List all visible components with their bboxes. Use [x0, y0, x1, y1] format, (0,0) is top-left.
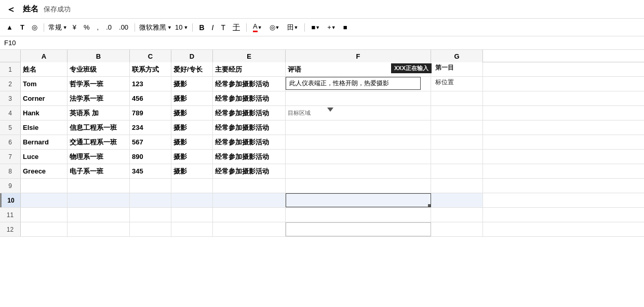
cell-f1[interactable]: 评语 XXX正在输入: [286, 62, 431, 76]
cell-a11[interactable]: [21, 208, 68, 222]
cell-g7[interactable]: [431, 150, 483, 164]
cell-f7[interactable]: [286, 150, 431, 164]
cell-g4[interactable]: [431, 106, 483, 120]
resize-handle[interactable]: [428, 204, 431, 207]
cell-b1[interactable]: 专业班级: [68, 62, 130, 76]
cell-b9[interactable]: [68, 179, 130, 193]
merge-button[interactable]: ■ ▼: [309, 23, 322, 32]
cell-c12[interactable]: [130, 222, 171, 236]
underline-button[interactable]: 于: [231, 22, 242, 33]
font-color-button[interactable]: A ▼: [251, 22, 264, 33]
insert-button[interactable]: + ▼: [325, 23, 338, 32]
cell-d3[interactable]: 摄影: [171, 91, 213, 105]
cell-e7[interactable]: 经常参加摄影活动: [213, 150, 286, 164]
cell-b2[interactable]: 哲学系一班: [68, 77, 130, 91]
cell-d2[interactable]: 摄影: [171, 77, 213, 91]
cell-f3[interactable]: [286, 91, 431, 105]
cell-b10[interactable]: [68, 193, 130, 207]
cell-d9[interactable]: [171, 179, 213, 193]
cell-g5[interactable]: [431, 121, 483, 135]
col-header-a[interactable]: A: [21, 50, 68, 62]
cell-d8[interactable]: 摄影: [171, 164, 213, 178]
cell-b11[interactable]: [68, 208, 130, 222]
cell-f4[interactable]: 目标区域: [286, 106, 431, 120]
cell-e10[interactable]: [213, 193, 286, 207]
col-header-b[interactable]: B: [68, 50, 130, 62]
col-header-d[interactable]: D: [171, 50, 213, 62]
cell-g6[interactable]: [431, 135, 483, 149]
italic-button[interactable]: I: [210, 23, 216, 32]
cell-e4[interactable]: 经常参加摄影活动: [213, 106, 286, 120]
cell-d1[interactable]: 爱好/专长: [171, 62, 213, 76]
cell-b7[interactable]: 物理系一班: [68, 150, 130, 164]
format-tool[interactable]: ◎: [30, 23, 39, 32]
bold-button[interactable]: B: [197, 23, 206, 32]
col-header-g[interactable]: G: [431, 50, 483, 62]
cell-b4[interactable]: 英语系 加: [68, 106, 130, 120]
cell-d5[interactable]: 摄影: [171, 121, 213, 135]
cell-d12[interactable]: [171, 222, 213, 236]
cell-c4[interactable]: 789: [130, 106, 171, 120]
cell-g10[interactable]: [431, 193, 483, 207]
cell-c7[interactable]: 890: [130, 150, 171, 164]
cell-d11[interactable]: [171, 208, 213, 222]
back-button[interactable]: ＜: [6, 3, 16, 16]
cell-e12[interactable]: [213, 222, 286, 236]
cell-d6[interactable]: 摄影: [171, 135, 213, 149]
cell-f8[interactable]: [286, 164, 431, 178]
cell-a12[interactable]: [21, 222, 68, 236]
cell-e3[interactable]: 经常参加摄影活动: [213, 91, 286, 105]
delete-button[interactable]: ■: [341, 23, 350, 32]
cell-b5[interactable]: 信息工程系一班: [68, 121, 130, 135]
cell-e2[interactable]: 经常参加摄影活动: [213, 77, 286, 91]
cell-c2[interactable]: 123: [130, 77, 171, 91]
cell-g9[interactable]: [431, 179, 483, 193]
cell-c6[interactable]: 567: [130, 135, 171, 149]
cell-a5[interactable]: Elsie: [21, 121, 68, 135]
cell-a2[interactable]: Tom: [21, 77, 68, 91]
cell-e1[interactable]: 主要经历: [213, 62, 286, 76]
cell-d7[interactable]: 摄影: [171, 150, 213, 164]
cell-a3[interactable]: Corner: [21, 91, 68, 105]
highlight-color-button[interactable]: ◎ ▼: [267, 23, 282, 32]
cell-c11[interactable]: [130, 208, 171, 222]
cell-b6[interactable]: 交通工程系一班: [68, 135, 130, 149]
cell-c10[interactable]: [130, 193, 171, 207]
cell-f10[interactable]: [286, 193, 431, 207]
cell-a7[interactable]: Luce: [21, 150, 68, 164]
cell-g3[interactable]: [431, 91, 483, 105]
cell-a1[interactable]: 姓名: [21, 62, 68, 76]
cell-g8[interactable]: [431, 164, 483, 178]
cell-a9[interactable]: [21, 179, 68, 193]
number-format-dropdown[interactable]: 常规 ▼: [48, 23, 68, 32]
cell-b8[interactable]: 电子系一班: [68, 164, 130, 178]
cell-a10[interactable]: [21, 193, 68, 207]
comma-button[interactable]: ,: [95, 23, 101, 32]
cell-d10[interactable]: [171, 193, 213, 207]
text-tool[interactable]: T: [18, 23, 26, 32]
decimal-more-button[interactable]: .00: [117, 23, 130, 32]
col-header-e[interactable]: E: [213, 50, 286, 62]
cell-a4[interactable]: Hank: [21, 106, 68, 120]
cell-a8[interactable]: Greece: [21, 164, 68, 178]
cell-g2[interactable]: 标位置: [431, 77, 483, 91]
cell-f11[interactable]: [286, 208, 431, 222]
cell-c5[interactable]: 234: [130, 121, 171, 135]
strikethrough-button[interactable]: T: [219, 23, 227, 32]
cell-b3[interactable]: 法学系一班: [68, 91, 130, 105]
cell-f2[interactable]: 此人仪表端正，性格开朗，热爱摄影: [286, 77, 431, 91]
percent-button[interactable]: %: [82, 23, 92, 32]
cell-f5[interactable]: [286, 121, 431, 135]
cell-e8[interactable]: 经常参加摄影活动: [213, 164, 286, 178]
cell-c3[interactable]: 456: [130, 91, 171, 105]
cell-e11[interactable]: [213, 208, 286, 222]
cell-f12[interactable]: [286, 222, 431, 236]
cell-f9[interactable]: [286, 179, 431, 193]
cell-g1[interactable]: 第一目: [431, 62, 483, 76]
cell-c1[interactable]: 联系方式: [130, 62, 171, 76]
border-button[interactable]: 田 ▼: [285, 22, 301, 33]
cursor-tool[interactable]: ▲: [4, 23, 15, 32]
cell-c9[interactable]: [130, 179, 171, 193]
font-name-dropdown[interactable]: 微软雅黑 ▼: [139, 23, 172, 32]
cell-e5[interactable]: 经常参加摄影活动: [213, 121, 286, 135]
